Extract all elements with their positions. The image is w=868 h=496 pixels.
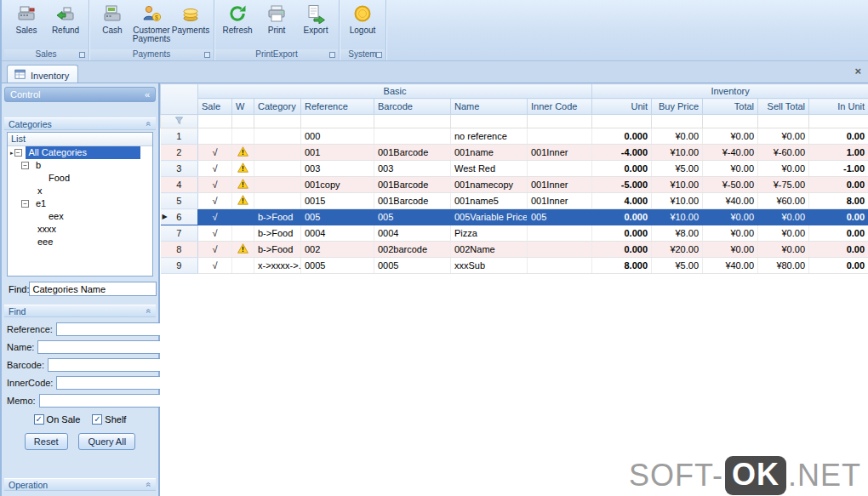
cell-unit[interactable]: 0.000: [592, 128, 652, 145]
cell-buy-price[interactable]: ¥10.00: [652, 145, 703, 161]
row-indicator[interactable]: ▶6: [161, 209, 198, 225]
cell-unit[interactable]: -4.000: [592, 145, 652, 161]
tab-inventory[interactable]: Inventory: [7, 65, 78, 83]
cell-category[interactable]: x->xxxx->...: [254, 258, 301, 274]
cell-sell-total[interactable]: ¥0.00: [758, 242, 809, 258]
grid-row-9[interactable]: 9√x->xxxx->...00050005xxxSub8.000¥5.00¥4…: [161, 258, 868, 274]
barcode-input[interactable]: [48, 358, 174, 372]
pin-collapse-icon[interactable]: «: [145, 89, 150, 100]
find-section-header[interactable]: Find «: [4, 305, 156, 317]
cell-sell-total[interactable]: ¥-75.00: [758, 177, 809, 193]
tree-node-eee[interactable]: eee: [8, 236, 152, 248]
cell-barcode[interactable]: 001Barcode: [374, 177, 451, 193]
column-header-buy-price[interactable]: Buy Price: [652, 99, 703, 115]
tree-node-xxxx[interactable]: xxxx: [8, 223, 152, 236]
cell-total[interactable]: ¥-50.00: [703, 177, 758, 193]
memo-input[interactable]: [39, 394, 165, 408]
chevron-up-icon[interactable]: «: [145, 309, 154, 314]
cell-buy-price[interactable]: ¥20.00: [652, 242, 703, 258]
cell-reference[interactable]: 0005: [301, 258, 374, 274]
column-header-barcode[interactable]: Barcode: [374, 99, 451, 115]
row-indicator[interactable]: 7: [161, 225, 198, 242]
column-header-sell-total[interactable]: Sell Total: [758, 99, 809, 115]
cell-in-unit[interactable]: 8.00: [809, 193, 868, 209]
reset-button[interactable]: Reset: [25, 433, 68, 450]
cell-sale[interactable]: √: [198, 242, 232, 258]
cell-sale[interactable]: √: [198, 145, 232, 161]
cell-warning[interactable]: [232, 161, 254, 177]
cell-buy-price[interactable]: ¥8.00: [652, 225, 703, 242]
filter-cell[interactable]: [301, 115, 374, 128]
export-button[interactable]: Export: [296, 2, 335, 49]
tree-node-food[interactable]: Food: [8, 172, 152, 185]
cell-sale[interactable]: √: [198, 193, 232, 209]
cell-buy-price[interactable]: ¥10.00: [652, 209, 703, 225]
dialog-launcher-icon[interactable]: [376, 52, 382, 58]
cell-sell-total[interactable]: ¥80.00: [758, 258, 809, 274]
cell-sale[interactable]: √: [198, 177, 232, 193]
cell-category[interactable]: b->Food: [254, 225, 301, 242]
chevron-up-icon[interactable]: «: [145, 482, 154, 487]
cell-name[interactable]: 001namecopy: [451, 177, 528, 193]
cell-in-unit[interactable]: 0.00: [809, 177, 868, 193]
categories-find-input[interactable]: [29, 282, 157, 296]
refund-button[interactable]: Refund: [46, 2, 85, 49]
cell-barcode[interactable]: [374, 128, 451, 145]
filter-cell[interactable]: [809, 115, 868, 128]
checkbox-on-sale[interactable]: ✓On Sale: [34, 414, 81, 425]
cell-warning[interactable]: [232, 258, 254, 274]
cell-sell-total[interactable]: ¥0.00: [758, 128, 809, 145]
cell-inner-code[interactable]: [528, 242, 592, 258]
tree-node-b[interactable]: −b: [8, 159, 152, 172]
payments-button[interactable]: Payments: [171, 2, 210, 49]
print-button[interactable]: Print: [257, 2, 296, 49]
cell-inner-code[interactable]: [528, 258, 592, 274]
collapse-box-icon[interactable]: −: [21, 200, 29, 208]
cell-in-unit[interactable]: 0.00: [809, 128, 868, 145]
row-indicator[interactable]: 4: [161, 177, 198, 193]
cash-button[interactable]: Cash: [93, 2, 132, 49]
column-header-name[interactable]: Name: [451, 99, 528, 115]
control-panel-header[interactable]: Control «: [4, 87, 156, 102]
filter-cell[interactable]: [232, 115, 254, 128]
cell-name[interactable]: no reference: [451, 128, 528, 145]
filter-cell[interactable]: [374, 115, 451, 128]
close-icon[interactable]: ×: [854, 66, 861, 77]
grid-row-6[interactable]: ▶6√b->Food005005005Variable Price0050.00…: [161, 209, 868, 225]
cell-total[interactable]: ¥0.00: [703, 128, 758, 145]
cell-buy-price[interactable]: ¥10.00: [652, 177, 703, 193]
filter-cell[interactable]: [758, 115, 809, 128]
cell-inner-code[interactable]: [528, 225, 592, 242]
cell-barcode[interactable]: 002barcode: [374, 242, 451, 258]
filter-cell[interactable]: [652, 115, 703, 128]
cell-buy-price[interactable]: ¥5.00: [652, 258, 703, 274]
column-header-in-unit[interactable]: In Unit: [809, 99, 868, 115]
row-indicator[interactable]: 1: [161, 128, 198, 145]
refresh-button[interactable]: Refresh: [218, 2, 257, 49]
cell-total[interactable]: ¥-40.00: [703, 145, 758, 161]
cell-sell-total[interactable]: ¥0.00: [758, 209, 809, 225]
cell-sale[interactable]: √: [198, 225, 232, 242]
query-all-button[interactable]: Query All: [78, 433, 135, 450]
cell-in-unit[interactable]: 0.00: [809, 258, 868, 274]
tree-node-eex[interactable]: eex: [8, 210, 152, 223]
row-indicator[interactable]: 8: [161, 242, 198, 258]
tree-node-e1[interactable]: −e1: [8, 197, 152, 210]
cell-sale[interactable]: [198, 128, 232, 145]
cell-unit[interactable]: 0.000: [592, 161, 652, 177]
dialog-launcher-icon[interactable]: [329, 52, 335, 58]
band-header-inventory[interactable]: Inventory: [592, 84, 868, 99]
cell-unit[interactable]: 4.000: [592, 193, 652, 209]
column-header-sale[interactable]: Sale: [198, 99, 232, 115]
grid-row-3[interactable]: 3√003003West Red0.000¥5.00¥0.00¥0.00-1.0…: [161, 161, 868, 177]
grid-row-5[interactable]: 5√0015001Barcode001name5001Inner4.000¥10…: [161, 193, 868, 209]
cell-in-unit[interactable]: 0.00: [809, 209, 868, 225]
cell-name[interactable]: 001name: [451, 145, 528, 161]
grid-row-4[interactable]: 4√001copy001Barcode001namecopy001Inner-5…: [161, 177, 868, 193]
cell-reference[interactable]: 0004: [301, 225, 374, 242]
cell-sale[interactable]: √: [198, 258, 232, 274]
cell-unit[interactable]: 0.000: [592, 209, 652, 225]
row-indicator[interactable]: 5: [161, 193, 198, 209]
cell-warning[interactable]: [232, 225, 254, 242]
cell-sell-total[interactable]: ¥-60.00: [758, 145, 809, 161]
